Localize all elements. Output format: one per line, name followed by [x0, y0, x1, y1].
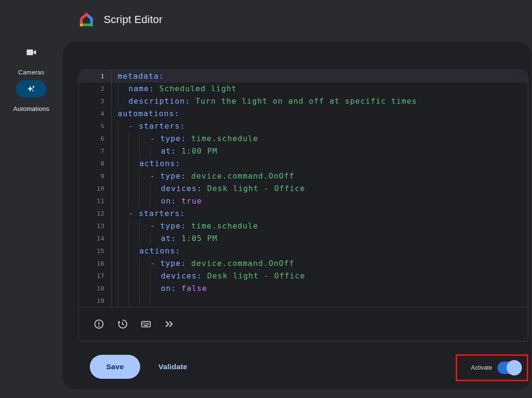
indent-guide: [118, 232, 128, 245]
video-camera-icon: [25, 47, 37, 58]
toggle-knob: [507, 360, 522, 375]
indent-guide: [139, 282, 150, 295]
sidebar-item-automations[interactable]: Automations: [0, 80, 62, 112]
indent-guide: [128, 220, 139, 232]
line-number: 5: [79, 120, 112, 133]
indent-guide: [139, 232, 150, 245]
indent-guide: [139, 195, 150, 207]
indent-guide: [118, 295, 128, 307]
sidebar-item-label: Automations: [0, 105, 62, 112]
code-text: at: 1:00 PM: [112, 145, 528, 157]
keyboard-icon[interactable]: [140, 318, 152, 330]
activate-label: Activate: [471, 364, 492, 371]
indent-guide: [150, 282, 160, 295]
save-button[interactable]: Save: [90, 355, 140, 379]
indent-guide: [118, 95, 128, 108]
indent-guide: [118, 207, 128, 220]
code-text: [112, 295, 528, 307]
code-text: on: false: [112, 282, 528, 295]
indent-guide: [128, 133, 139, 145]
history-icon[interactable]: [117, 318, 128, 330]
code-text: description: Turn the light on and off a…: [112, 95, 528, 108]
indent-guide: [128, 157, 139, 170]
indent-guide: [139, 295, 150, 307]
content-card: 1metadata:2 name: Scheduled light3 descr…: [62, 42, 531, 390]
indent-guide: [150, 295, 160, 307]
line-number: 6: [79, 133, 112, 145]
sidebar-item-label: Cameras: [0, 69, 62, 76]
indent-guide: [128, 257, 139, 270]
validate-button[interactable]: Validate: [152, 355, 194, 379]
line-number: 4: [79, 108, 112, 120]
line-number: 18: [79, 282, 112, 295]
code-text: on: true: [112, 195, 528, 207]
indent-guide: [139, 133, 150, 145]
code-line[interactable]: 15 actions:: [79, 245, 528, 257]
indent-guide: [139, 170, 150, 182]
indent-guide: [150, 195, 160, 207]
code-text: automations:: [112, 108, 528, 120]
code-text: - starters:: [112, 207, 528, 220]
line-number: 10: [79, 182, 112, 195]
indent-guide: [118, 195, 128, 207]
app-header: Script Editor: [0, 0, 532, 42]
code-line[interactable]: 1metadata:: [79, 70, 528, 83]
code-line[interactable]: 2 name: Scheduled light: [79, 83, 528, 95]
line-number: 3: [79, 95, 112, 108]
code-line[interactable]: 5 - starters:: [79, 120, 528, 133]
code-line[interactable]: 19: [79, 295, 528, 307]
error-icon[interactable]: [93, 318, 105, 330]
indent-guide: [128, 195, 139, 207]
indent-guide: [150, 145, 160, 157]
indent-guide: [150, 232, 160, 245]
line-number: 19: [79, 295, 112, 307]
activate-toggle[interactable]: [497, 362, 520, 374]
indent-guide: [118, 83, 128, 95]
double-chevron-icon[interactable]: [164, 318, 175, 330]
indent-guide: [139, 182, 150, 195]
indent-guide: [150, 182, 160, 195]
code-line[interactable]: 18 on: false: [79, 282, 528, 295]
code-text: devices: Desk light - Office: [112, 270, 528, 282]
code-line[interactable]: 7 at: 1:00 PM: [79, 145, 528, 157]
code-line[interactable]: 14 at: 1:05 PM: [79, 232, 528, 245]
code-text: at: 1:05 PM: [112, 232, 528, 245]
code-line[interactable]: 4automations:: [79, 108, 528, 120]
indent-guide: [139, 145, 150, 157]
sparkle-icon: [25, 83, 37, 95]
indent-guide: [118, 133, 128, 145]
code-line[interactable]: 12 - starters:: [79, 207, 528, 220]
code-line[interactable]: 17 devices: Desk light - Office: [79, 270, 528, 282]
page-title: Script Editor: [104, 13, 162, 26]
code-text: - type: time.schedule: [112, 220, 528, 232]
code-text: metadata:: [112, 70, 528, 83]
code-text: name: Scheduled light: [112, 83, 528, 95]
indent-guide: [128, 295, 139, 307]
code-line[interactable]: 10 devices: Desk light - Office: [79, 182, 528, 195]
indent-guide: [128, 245, 139, 257]
code-line[interactable]: 8 actions:: [79, 157, 528, 170]
code-line[interactable]: 16 - type: device.command.OnOff: [79, 257, 528, 270]
indent-guide: [128, 270, 139, 282]
sidebar-item-cameras[interactable]: Cameras: [0, 47, 62, 76]
code-line[interactable]: 6 - type: time.schedule: [79, 133, 528, 145]
code-line[interactable]: 9 - type: device.command.OnOff: [79, 170, 528, 182]
code-text: actions:: [112, 157, 528, 170]
indent-guide: [118, 257, 128, 270]
indent-guide: [118, 170, 128, 182]
indent-guide: [128, 170, 139, 182]
code-line[interactable]: 11 on: true: [79, 195, 528, 207]
code-line[interactable]: 3 description: Turn the light on and off…: [79, 95, 528, 108]
line-number: 11: [79, 195, 112, 207]
code-line[interactable]: 13 - type: time.schedule: [79, 220, 528, 232]
editor-toolbar: [79, 307, 528, 341]
indent-guide: [118, 282, 128, 295]
code-text: actions:: [112, 245, 528, 257]
indent-guide: [118, 157, 128, 170]
line-number: 13: [79, 220, 112, 232]
line-number: 16: [79, 257, 112, 270]
indent-guide: [118, 245, 128, 257]
line-number: 1: [79, 70, 112, 83]
code-area[interactable]: 1metadata:2 name: Scheduled light3 descr…: [79, 70, 528, 307]
indent-guide: [139, 257, 150, 270]
